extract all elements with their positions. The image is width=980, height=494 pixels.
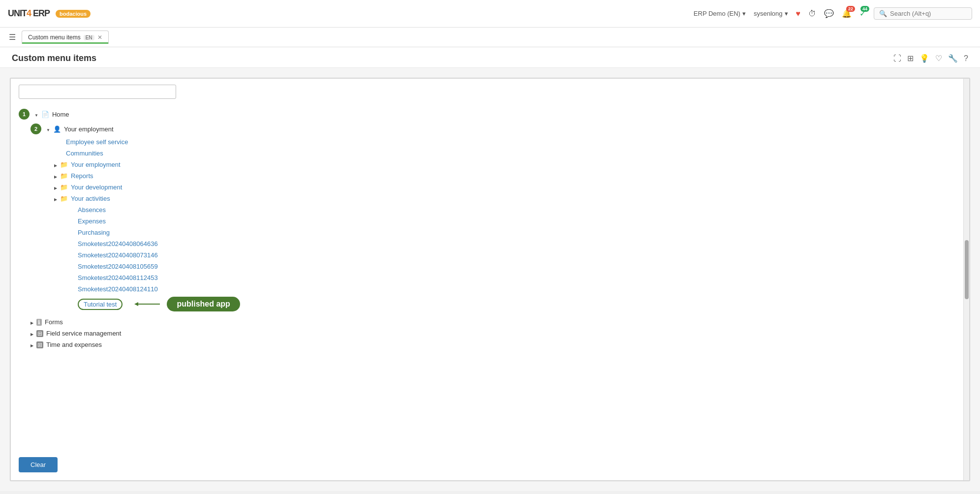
tree-body: 1 📄 Home 2 👤 Your employment Employee se… [11,103,969,475]
env-selector[interactable]: ERP Demo (EN) ▾ [694,10,746,17]
arrow-svg [130,301,165,308]
tutorial-test-badge[interactable]: Tutorial test [78,299,122,310]
reports-row[interactable]: 📁 Reports [19,170,961,182]
user-menu[interactable]: sysenlong ▾ [754,10,788,17]
tree-panel: 1 📄 Home 2 👤 Your employment Employee se… [10,78,970,481]
chat-icon[interactable]: 💬 [824,9,834,18]
expenses-row[interactable]: Expenses [19,216,961,227]
search-input[interactable] [890,10,967,17]
topbar-left: UNIT4 ERP bodacious [8,8,91,19]
time-expenses-label[interactable]: Time and expenses [46,341,102,348]
your-employment-folder-icon: 📁 [60,161,68,168]
your-employment-root-icon: 👤 [53,125,61,133]
favorites-icon[interactable]: ♥ [796,9,801,18]
your-employment-folder-row[interactable]: 📁 Your employment [19,159,961,170]
clear-button[interactable]: Clear [19,457,58,472]
tree-search-input[interactable] [19,85,176,99]
forms-label[interactable]: Forms [45,318,63,326]
svg-marker-1 [134,302,138,306]
your-employment-root-row[interactable]: 2 👤 Your employment [19,122,961,136]
smoke1-row[interactable]: Smoketest20240408064636 [19,238,961,249]
history-icon[interactable]: ⏱ [808,9,816,18]
reports-label[interactable]: Reports [71,172,93,180]
absences-row[interactable]: Absences [19,204,961,216]
absences-label[interactable]: Absences [78,206,106,214]
smoke5-row[interactable]: Smoketest20240408124110 [19,283,961,295]
heart-icon[interactable]: ♡ [935,54,942,63]
env-dropdown-icon: ▾ [742,10,746,17]
time-expenses-icon: ⊞ [36,341,43,348]
help-icon[interactable]: ? [964,54,968,63]
home-label[interactable]: Home [52,111,69,118]
reports-arrow[interactable] [54,172,57,180]
user-dropdown-icon: ▾ [785,10,788,17]
employee-self-service-row[interactable]: Employee self service [19,136,961,148]
page-title: Custom menu items [12,53,96,63]
reports-folder-icon: 📁 [60,172,68,180]
hamburger-menu[interactable]: ☰ [5,31,20,44]
your-employment-root-arrow[interactable] [46,125,50,133]
field-service-label[interactable]: Field service management [46,330,121,337]
your-development-arrow[interactable] [54,184,57,191]
scrollbar[interactable] [963,79,969,480]
communities-row[interactable]: Communities [19,148,961,159]
smoke5-label[interactable]: Smoketest20240408124110 [78,285,158,293]
main-content: 1 📄 Home 2 👤 Your employment Employee se… [0,68,980,491]
communities-label[interactable]: Communities [66,150,103,157]
notifications-icon[interactable]: 🔔 22 [842,9,852,18]
wrench-icon[interactable]: 🔧 [948,54,958,63]
env-badge: bodacious [56,10,91,18]
step-badge-1: 1 [19,109,30,120]
smoke1-label[interactable]: Smoketest20240408064636 [78,240,158,247]
home-row[interactable]: 1 📄 Home [19,107,961,122]
tutorial-test-row[interactable]: Tutorial test published app [19,295,961,313]
smoke3-row[interactable]: Smoketest20240408105659 [19,261,961,272]
field-service-row[interactable]: ⊞ Field service management [19,328,961,339]
home-collapse-arrow[interactable] [34,111,38,118]
tabbar: ☰ Custom menu items EN ✕ [0,28,980,47]
published-app-label: published app [167,297,240,311]
search-box[interactable]: 🔍 [874,7,972,20]
purchasing-label[interactable]: Purchasing [78,229,110,236]
header-actions: ⛶ ⊞ 💡 ♡ 🔧 ? [893,54,968,63]
tasks-icon[interactable]: ✓ 44 [859,9,866,18]
smoke2-label[interactable]: Smoketest20240408073146 [78,251,158,259]
your-employment-folder-arrow[interactable] [54,161,57,168]
columns-icon[interactable]: ⊞ [907,54,914,63]
topbar-right: ERP Demo (EN) ▾ sysenlong ▾ ♥ ⏱ 💬 🔔 22 ✓… [694,7,972,20]
field-service-arrow[interactable] [31,330,33,337]
smoke2-row[interactable]: Smoketest20240408073146 [19,249,961,261]
home-doc-icon: 📄 [41,111,49,118]
your-activities-row[interactable]: 📁 Your activities [19,193,961,204]
forms-arrow[interactable] [31,318,33,326]
time-expenses-row[interactable]: ⊞ Time and expenses [19,339,961,350]
published-arrow-container: published app [130,297,240,311]
your-activities-arrow[interactable] [54,195,57,202]
purchasing-row[interactable]: Purchasing [19,227,961,238]
your-activities-label[interactable]: Your activities [71,195,110,202]
expenses-label[interactable]: Expenses [78,217,106,225]
your-development-label[interactable]: Your development [71,184,122,191]
bulb-icon[interactable]: 💡 [919,54,929,63]
tab-close-icon[interactable]: ✕ [97,34,102,41]
scrollbar-thumb[interactable] [965,240,969,299]
fullscreen-icon[interactable]: ⛶ [893,54,901,63]
notification-count: 22 [846,6,855,12]
your-employment-root-label[interactable]: Your employment [64,125,114,133]
smoke3-label[interactable]: Smoketest20240408105659 [78,263,158,270]
forms-info-icon: ℹ [36,319,42,326]
your-activities-folder-icon: 📁 [60,195,68,202]
smoke4-label[interactable]: Smoketest20240408112453 [78,274,158,281]
app-logo: UNIT4 ERP [8,8,50,19]
your-employment-folder-label[interactable]: Your employment [71,161,121,168]
tree-search-area [11,79,969,103]
tutorial-test-label[interactable]: Tutorial test [84,301,117,308]
tab-language: EN [84,35,94,40]
time-expenses-arrow[interactable] [31,341,33,348]
smoke4-row[interactable]: Smoketest20240408112453 [19,272,961,283]
step-badge-2: 2 [31,124,41,134]
your-development-row[interactable]: 📁 Your development [19,182,961,193]
custom-menu-items-tab[interactable]: Custom menu items EN ✕ [22,31,109,44]
employee-self-service-label[interactable]: Employee self service [66,138,128,146]
forms-row[interactable]: ℹ Forms [19,316,961,328]
